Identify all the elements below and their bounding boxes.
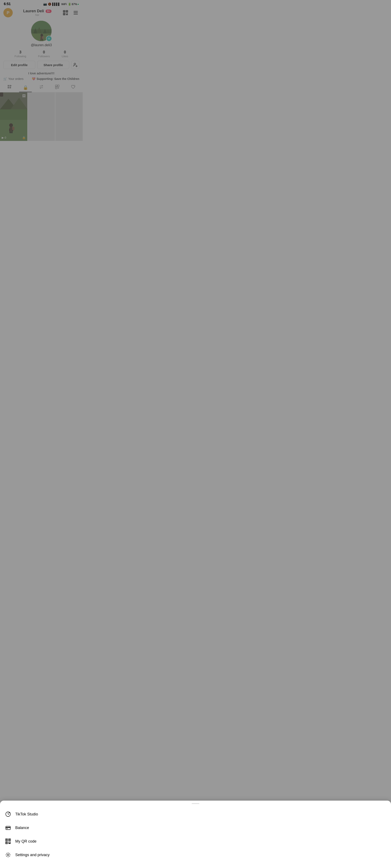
overlay-dim[interactable] bbox=[0, 0, 83, 179]
